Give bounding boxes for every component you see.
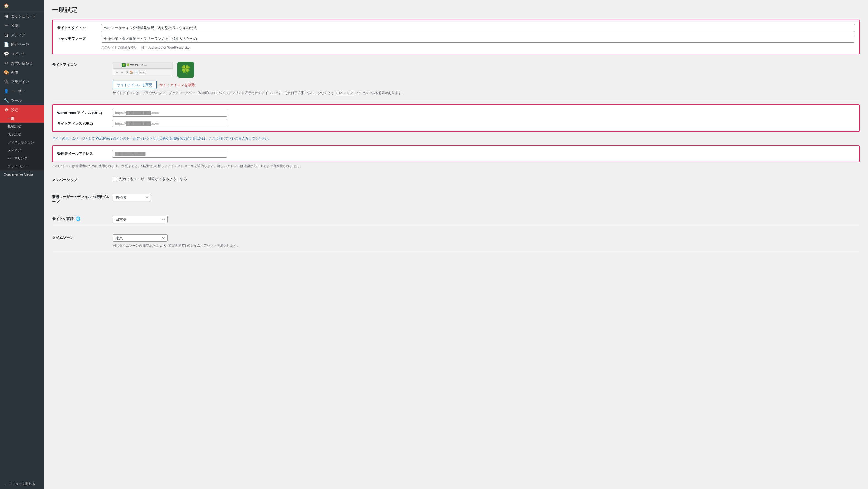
sidebar-item-plugins[interactable]: 🔌 プラグイン [0, 77, 44, 87]
timezone-select[interactable]: 東京 UTC America/New_York Europe/London [113, 234, 167, 242]
membership-section: メンバーシップ だれでもユーザー登録ができるようにする [52, 174, 860, 185]
language-select[interactable]: 日本語 English [113, 216, 167, 223]
sidebar-item-media[interactable]: 🖼 メディア [0, 30, 44, 40]
tagline-row: キャッチフレーズ [57, 35, 855, 42]
membership-checkbox[interactable] [113, 177, 117, 181]
admin-email-label: 管理者メールアドレス [57, 151, 112, 156]
pages-icon: 📄 [4, 42, 9, 47]
forward-arrow-icon: → [120, 70, 124, 74]
settings-icon: ⚙ [4, 108, 9, 112]
language-flag-icon: 🌐 [76, 216, 81, 221]
page-title: 一般設定 [52, 5, 860, 14]
default-role-select[interactable]: 購読者 寄稿者 投稿者 編集者 管理者 [113, 194, 151, 201]
submenu-permalink[interactable]: パーマリンク [0, 154, 44, 162]
url-bar-text: www. [139, 70, 146, 74]
change-site-icon-button[interactable]: サイトアイコンを変更 [113, 81, 157, 89]
wp-address-label: WordPress アドレス (URL) [57, 111, 112, 115]
site-icon-preview: 🍀 [178, 62, 194, 78]
timezone-label: タイムゾーン [52, 234, 113, 240]
site-title-label: サイトのタイトル [57, 26, 101, 30]
site-title-input[interactable] [101, 24, 855, 32]
sidebar-item-label: ダッシュボード [11, 14, 36, 19]
sidebar-item-appearance[interactable]: 🎨 外観 [0, 68, 44, 77]
sidebar-item-label: ユーザー [11, 89, 25, 94]
timezone-content: 東京 UTC America/New_York Europe/London 同じ… [113, 234, 860, 248]
submenu-reading[interactable]: 表示設定 [0, 130, 44, 139]
sidebar-item-dashboard[interactable]: ⊞ ダッシュボード [0, 12, 44, 21]
plugins-icon: 🔌 [4, 80, 9, 84]
sidebar-item-users[interactable]: 👤 ユーザー [0, 87, 44, 96]
wp-address-row: WordPress アドレス (URL) [57, 109, 855, 117]
membership-checkbox-text: だれでもユーザー登録ができるようにする [119, 177, 187, 182]
submenu-privacy[interactable]: プライバシー [0, 162, 44, 170]
site-icon-label: サイトアイコン [52, 62, 113, 67]
delete-site-icon-button[interactable]: サイトアイコンを削除 [159, 83, 195, 87]
submenu-discussion[interactable]: ディスカッション [0, 139, 44, 146]
sidebar-logo: 🏠 [0, 0, 44, 12]
admin-email-input[interactable] [112, 150, 227, 158]
sidebar-item-pages[interactable]: 📄 固定ページ [0, 40, 44, 49]
browser-content: ← → ↻ 🏠 📄 www. [113, 69, 173, 76]
admin-email-row: 管理者メールアドレス [57, 150, 855, 158]
sidebar-item-label: プラグイン [11, 80, 29, 84]
tab-favicon: 🍀 [122, 63, 126, 67]
main-content: 一般設定 サイトのタイトル キャッチフレーズ このサイトの簡単な説明。例:「Ju… [44, 0, 868, 489]
tagline-input[interactable] [101, 35, 855, 42]
submenu-general[interactable]: 一般 [0, 115, 44, 123]
sidebar: 🏠 ⊞ ダッシュボード ✏ 投稿 🖼 メディア 📄 固定ページ 💬 コメント ✉… [0, 0, 44, 489]
close-menu-button[interactable]: ← メニューを閉じる [0, 479, 44, 489]
language-content: 日本語 English [113, 216, 860, 223]
sidebar-item-settings[interactable]: ⚙ 設定 [0, 105, 44, 115]
site-icon-hint: サイトアイコンは、ブラウザのタブ、ブックマークバー、WordPress モバイル… [113, 91, 860, 95]
default-role-section: 新規ユーザーのデフォルト権限グループ 購読者 寄稿者 投稿者 編集者 管理者 [52, 191, 860, 207]
wp-address-input[interactable] [112, 109, 227, 117]
browser-file-icon: 📄 [134, 71, 137, 74]
site-address-label: サイトアドレス (URL) [57, 121, 112, 126]
membership-content: だれでもユーザー登録ができるようにする [113, 177, 860, 182]
sidebar-item-label: コメント [11, 51, 25, 56]
browser-bar: 🍀 🍀 Webマーケ… [113, 62, 173, 69]
membership-label: メンバーシップ [52, 177, 113, 182]
sidebar-item-posts[interactable]: ✏ 投稿 [0, 21, 44, 30]
contact-icon: ✉ [4, 61, 9, 66]
default-role-label: 新規ユーザーのデフォルト権限グループ [52, 194, 113, 204]
appearance-icon: 🎨 [4, 70, 9, 75]
site-title-tagline-section: サイトのタイトル キャッチフレーズ このサイトの簡単な説明。例:「Just an… [52, 20, 860, 54]
tagline-label: キャッチフレーズ [57, 36, 101, 41]
site-address-row: サイトアドレス (URL) [57, 120, 855, 127]
submenu-writing[interactable]: 投稿設定 [0, 123, 44, 130]
users-icon: 👤 [4, 89, 9, 94]
url-section: WordPress アドレス (URL) サイトアドレス (URL) [52, 104, 860, 132]
timezone-hint: 同じタイムゾーンの都市または UTC (協定世界時) のタイムオフセットを選択し… [113, 243, 860, 248]
icon-actions: サイトアイコンを変更 サイトアイコンを削除 [113, 81, 860, 89]
settings-submenu: 一般 投稿設定 表示設定 ディスカッション メディア パーマリンク プライバシー [0, 115, 44, 170]
sidebar-item-label: ツール [11, 98, 22, 103]
browser-mockup: 🍀 🍀 Webマーケ… ← → ↻ 🏠 📄 www. [113, 62, 173, 76]
sidebar-item-comments[interactable]: 💬 コメント [0, 49, 44, 59]
default-role-content: 購読者 寄稿者 投稿者 編集者 管理者 [113, 194, 860, 201]
site-address-hint: サイトのホームページとして WordPress のインストールディレクトリとは異… [52, 136, 860, 141]
admin-email-section: 管理者メールアドレス [52, 145, 860, 162]
comments-icon: 💬 [4, 51, 9, 56]
sidebar-item-label: メディア [11, 33, 25, 38]
tagline-hint: このサイトの簡単な説明。例:「Just another WordPress si… [101, 45, 855, 50]
size-badge: 512 × 512 [335, 91, 354, 95]
membership-checkbox-label[interactable]: だれでもユーザー登録ができるようにする [113, 177, 860, 182]
submenu-media[interactable]: メディア [0, 146, 44, 154]
refresh-icon: ↻ [125, 70, 128, 74]
close-menu-icon: ← [4, 482, 7, 486]
posts-icon: ✏ [4, 23, 9, 28]
admin-email-hint: このアドレスは管理者のために使用されます。変更すると、確認のため新しいアドレスに… [52, 164, 860, 169]
sidebar-item-contact[interactable]: ✉ お問い合わせ [0, 59, 44, 68]
site-address-input[interactable] [112, 120, 227, 127]
sidebar-item-tools[interactable]: 🔧 ツール [0, 96, 44, 105]
browser-tab-label: 🍀 🍀 Webマーケ… [122, 63, 147, 67]
sidebar-item-label: 投稿 [11, 23, 18, 28]
dashboard-icon: ⊞ [4, 14, 9, 19]
timezone-section: タイムゾーン 東京 UTC America/New_York Europe/Lo… [52, 232, 860, 251]
site-icon-content: 🍀 🍀 Webマーケ… ← → ↻ 🏠 📄 www. 🍀 [113, 62, 860, 95]
sidebar-item-label: 固定ページ [11, 42, 29, 47]
sidebar-converter[interactable]: Converter for Media [0, 170, 44, 179]
back-arrow-icon: ← [115, 70, 119, 74]
sidebar-item-label: 外観 [11, 70, 18, 75]
